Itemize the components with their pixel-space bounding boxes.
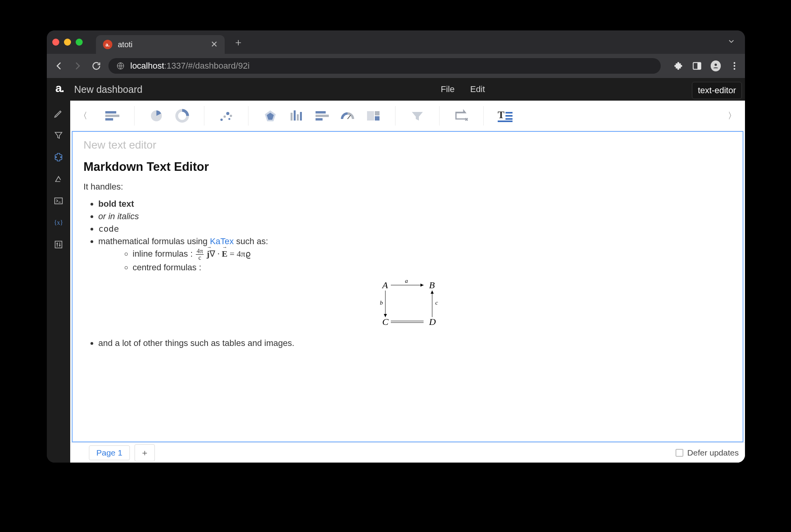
md-inline-formula-item: inline formulas : 4πc j∇ · E = 4πϱ — [133, 248, 732, 261]
svg-text:T: T — [498, 109, 504, 121]
menu-file[interactable]: File — [441, 84, 454, 94]
svg-rect-33 — [505, 112, 513, 113]
forward-button[interactable] — [71, 61, 84, 71]
minimize-window-button[interactable] — [64, 39, 71, 46]
svg-point-15 — [223, 115, 226, 118]
widget-toolbar: 〈 — [70, 101, 745, 131]
md-bold-text: bold text — [98, 199, 134, 209]
toolbar-scroll-right[interactable]: 〉 — [725, 110, 740, 122]
svg-rect-29 — [367, 111, 374, 121]
md-math-item: mathematical formulas using KaTex such a… — [98, 236, 732, 273]
md-list-2: and a lot of other things such as tables… — [98, 338, 732, 348]
svg-rect-23 — [297, 114, 299, 121]
svg-text:a: a — [405, 278, 408, 284]
svg-rect-36 — [498, 121, 513, 122]
editor-content: New text editor Markdown Text Editor It … — [73, 132, 743, 358]
svg-point-3 — [715, 64, 717, 66]
extensions-icon[interactable] — [673, 61, 683, 71]
paint-icon[interactable] — [53, 174, 64, 184]
svg-rect-24 — [300, 112, 302, 121]
browser-actions — [673, 61, 740, 71]
profile-icon[interactable] — [711, 61, 721, 71]
close-tab-button[interactable]: ✕ — [211, 39, 218, 50]
sliders-icon[interactable] — [53, 239, 64, 250]
widget-table-icon[interactable] — [104, 108, 121, 124]
widget-text-editor-icon[interactable]: T — [497, 108, 514, 124]
md-centred-formula-item: centred formulas : — [133, 262, 732, 273]
widget-treemap-icon[interactable] — [365, 108, 382, 124]
svg-rect-31 — [375, 116, 380, 121]
terminal-icon[interactable] — [53, 196, 64, 206]
svg-text:B: B — [429, 280, 435, 290]
side-nav: {x} — [47, 101, 70, 463]
md-code-text: code — [98, 224, 119, 234]
logo-icon: a. — [55, 84, 69, 95]
edit-icon[interactable] — [53, 108, 64, 119]
svg-text:A: A — [381, 280, 388, 290]
svg-rect-9 — [105, 111, 116, 113]
address-bar: localhost:1337/#/dashboard/92i — [47, 54, 745, 78]
checkbox-icon — [676, 449, 683, 457]
tabs-dropdown-button[interactable] — [727, 37, 736, 48]
new-tab-button[interactable]: ＋ — [233, 35, 243, 49]
canvas: 〈 — [70, 101, 745, 463]
editor-widget[interactable]: New text editor Markdown Text Editor It … — [72, 131, 743, 442]
svg-rect-7 — [55, 198, 62, 204]
svg-rect-2 — [697, 62, 701, 69]
back-button[interactable] — [52, 61, 66, 71]
editor-title-placeholder[interactable]: New text editor — [83, 139, 732, 151]
url-host: localhost — [130, 61, 164, 71]
url-input[interactable]: localhost:1337/#/dashboard/92i — [108, 58, 661, 74]
footer-bar: Page 1 ＋ Defer updates — [70, 442, 745, 463]
close-window-button[interactable] — [52, 39, 59, 46]
widget-filter-icon[interactable] — [409, 108, 426, 124]
widget-gauge-icon[interactable] — [339, 108, 356, 124]
reload-button[interactable] — [90, 61, 103, 71]
svg-point-16 — [226, 112, 229, 115]
svg-rect-21 — [291, 113, 293, 121]
maximize-window-button[interactable] — [76, 39, 83, 46]
svg-marker-42 — [420, 284, 424, 287]
widget-export-icon[interactable] — [453, 108, 470, 124]
widget-donut-icon[interactable] — [174, 108, 191, 124]
tooltip-text-editor: text-editor — [692, 82, 742, 99]
md-intro: It handles: — [83, 182, 732, 192]
md-list: bold text or in italics code mathematica… — [98, 199, 732, 273]
variable-icon[interactable]: {x} — [53, 218, 64, 228]
page-tab-1[interactable]: Page 1 — [89, 445, 130, 460]
panel-icon[interactable] — [692, 61, 702, 71]
svg-rect-34 — [505, 115, 513, 117]
defer-updates-toggle[interactable]: Defer updates — [676, 448, 739, 458]
menubar: File Edit — [441, 84, 485, 94]
commutative-diagram: A B C D a b c — [83, 278, 732, 329]
svg-text:C: C — [382, 317, 389, 327]
widget-hbar-icon[interactable] — [313, 108, 330, 124]
browser-tab[interactable]: a. atoti ✕ — [96, 35, 225, 54]
svg-text:c: c — [435, 300, 438, 306]
svg-point-18 — [229, 118, 231, 120]
url-path: :1337/#/dashboard/92i — [164, 61, 250, 71]
widget-radar-icon[interactable] — [262, 108, 279, 124]
menu-edit[interactable]: Edit — [470, 84, 485, 94]
add-page-button[interactable]: ＋ — [135, 444, 155, 461]
app-header: a. New dashboard File Edit text-editor — [47, 78, 745, 101]
browser-window: a. atoti ✕ ＋ localhost:1337/#/dashboard/… — [47, 30, 745, 463]
svg-text:b: b — [380, 300, 383, 306]
window-controls — [52, 39, 83, 46]
widget-pie-icon[interactable] — [148, 108, 165, 124]
kebab-menu-icon[interactable] — [729, 61, 740, 71]
svg-rect-10 — [105, 115, 119, 117]
svg-line-28 — [348, 115, 351, 119]
dashboard-title: New dashboard — [74, 84, 142, 95]
app-body: {x} 〈 — [47, 101, 745, 463]
svg-text:D: D — [429, 317, 436, 327]
widget-candlestick-icon[interactable] — [287, 108, 305, 124]
md-italic-text: or in italics — [98, 211, 139, 221]
svg-rect-35 — [505, 118, 513, 120]
toolbar-scroll-left[interactable]: 〈 — [76, 110, 90, 122]
filter-icon[interactable] — [53, 130, 64, 140]
widget-scatter-icon[interactable] — [218, 108, 235, 124]
plugin-icon[interactable] — [53, 152, 64, 162]
svg-rect-22 — [294, 110, 296, 121]
svg-marker-48 — [431, 291, 434, 294]
